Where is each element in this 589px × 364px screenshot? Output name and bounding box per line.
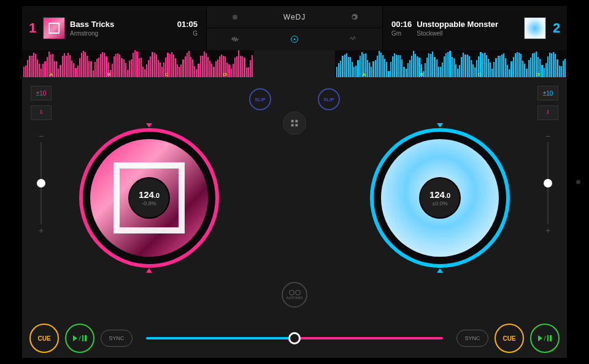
deck1-hotcue-c[interactable]: C (165, 72, 169, 77)
crossfader-knob[interactable] (288, 332, 301, 344)
center-column: AUTOMIX (276, 77, 313, 319)
deck1-jog-marker-top (146, 123, 152, 127)
keylock-icon (544, 109, 552, 116)
deck2-tempo-range-button[interactable]: ±10 (537, 86, 558, 100)
deck2-keylock-button[interactable] (537, 105, 558, 120)
deck1-artist: Armstrong (70, 30, 172, 37)
fx-icon (348, 35, 357, 44)
deck2-waveform[interactable]: A B C D (335, 50, 567, 77)
deck2-number: 2 (551, 20, 562, 36)
automix-label: AUTOMIX (286, 296, 302, 300)
deck2-album-art[interactable] (524, 17, 546, 39)
deck2-key: Gm (391, 30, 412, 37)
deck2-sync-button[interactable]: SYNC (456, 330, 488, 347)
deck1-sync-button[interactable]: SYNC (101, 330, 133, 347)
gear-icon (350, 13, 358, 21)
deck2-play-button[interactable]: / (530, 324, 560, 353)
deck2-pitch-readout: ±0.0% (432, 200, 447, 207)
deck-area: ±10 − + SLIP (22, 77, 567, 319)
deck1-time: 01:05 (177, 20, 198, 29)
crossfader[interactable] (146, 331, 443, 346)
app-screen: 1 Bass Tricks Armstrong 01:05 G WeDJ (22, 6, 567, 358)
top-bar: 1 Bass Tricks Armstrong 01:05 G WeDJ (22, 6, 567, 50)
disc-icon (290, 34, 299, 44)
deck2-pitch-slider[interactable]: − + (541, 131, 555, 235)
deck1-jog-marker-bottom (146, 268, 152, 273)
deck1-play-button[interactable]: / (65, 324, 94, 353)
keylock-icon (37, 109, 45, 116)
deck1-slip-button[interactable]: SLIP (249, 88, 271, 110)
deck2-cue-button[interactable]: CUE (495, 324, 524, 353)
deck2-bpm-hub[interactable]: 124.0 ±0.0% (420, 178, 460, 218)
record-button[interactable] (226, 9, 244, 26)
tablet-home-indicator (576, 180, 580, 184)
deck1: ±10 − + SLIP (22, 77, 276, 319)
deck2-time: 00:16 (391, 20, 412, 29)
svg-rect-2 (291, 120, 294, 123)
deck1-album-art[interactable] (43, 17, 65, 39)
svg-rect-4 (291, 124, 294, 126)
settings-button[interactable] (345, 9, 363, 26)
deck2-header[interactable]: 00:16 Gm Unstoppable Monster Stockwell 2 (383, 6, 567, 50)
deck1-cue-button[interactable]: CUE (29, 324, 59, 353)
browse-icon (290, 118, 299, 128)
deck2-artist: Stockwell (417, 30, 519, 37)
deck2-pitch-knob[interactable] (544, 179, 552, 188)
deck1-side-controls: ±10 − + (31, 86, 52, 235)
svg-rect-5 (295, 124, 298, 126)
waveform-view-button[interactable] (228, 31, 245, 48)
deck1-hotcue-d[interactable]: D (223, 72, 227, 77)
deck1-bpm-hub[interactable]: 124.0 -0.8% (129, 178, 169, 218)
deck2-jog-marker-bottom (437, 268, 443, 273)
deck1-pitch-knob[interactable] (37, 179, 45, 188)
deck1-track-title: Bass Tricks (70, 20, 172, 29)
waveform-icon (231, 36, 242, 42)
deck1-key: G (177, 30, 198, 37)
disc-view-button[interactable] (286, 31, 303, 48)
deck2-track-title: Unstoppable Monster (417, 20, 519, 29)
minus-sign: − (545, 131, 550, 141)
play-pause-icon: / (538, 335, 551, 342)
deck1-pitch-readout: -0.8% (142, 200, 156, 207)
deck2-jog-marker-top (437, 123, 443, 127)
deck2-hotcue-b[interactable]: B (420, 72, 423, 77)
deck2-jog-wheel[interactable]: 124.0 ±0.0% (370, 128, 510, 268)
deck2-side-controls: ±10 − + (537, 86, 558, 235)
minus-sign: − (39, 131, 44, 141)
deck2: SLIP 124.0 ±0.0% ±10 − (313, 77, 567, 319)
transport-bar: CUE / SYNC SYNC CUE / (22, 319, 567, 358)
center-panel: WeDJ (206, 6, 383, 50)
deck1-bpm: 124.0 (139, 189, 160, 200)
svg-rect-3 (295, 120, 298, 123)
brand-label: WeDJ (283, 13, 306, 21)
deck1-hotcue-a[interactable]: A (49, 72, 52, 77)
browse-button[interactable] (283, 112, 306, 135)
deck1-keylock-button[interactable] (31, 105, 52, 120)
plus-sign: + (545, 226, 550, 235)
fx-view-button[interactable] (344, 31, 361, 48)
automix-button[interactable]: AUTOMIX (282, 282, 307, 308)
deck2-slip-button[interactable]: SLIP (318, 88, 340, 110)
deck1-pitch-slider[interactable]: − + (34, 131, 48, 235)
deck2-hotcue-a[interactable]: A (362, 72, 365, 77)
deck2-hotcue-c[interactable]: C (478, 72, 482, 77)
play-pause-icon: / (73, 335, 86, 342)
automix-icon (289, 290, 301, 295)
deck1-jog-wheel[interactable]: 124.0 -0.8% (79, 128, 219, 268)
deck2-hotcue-d[interactable]: D (536, 72, 540, 77)
svg-point-1 (294, 39, 296, 40)
deck1-tempo-range-button[interactable]: ±10 (31, 86, 52, 100)
deck1-number: 1 (27, 20, 38, 36)
waveform-row: A B C D A B C D (22, 50, 567, 77)
deck1-hotcue-b[interactable]: B (107, 72, 110, 77)
deck1-header[interactable]: 1 Bass Tricks Armstrong 01:05 G (22, 6, 206, 50)
deck2-bpm: 124.0 (429, 189, 450, 200)
deck1-waveform[interactable]: A B C D (22, 50, 254, 77)
plus-sign: + (39, 226, 44, 235)
